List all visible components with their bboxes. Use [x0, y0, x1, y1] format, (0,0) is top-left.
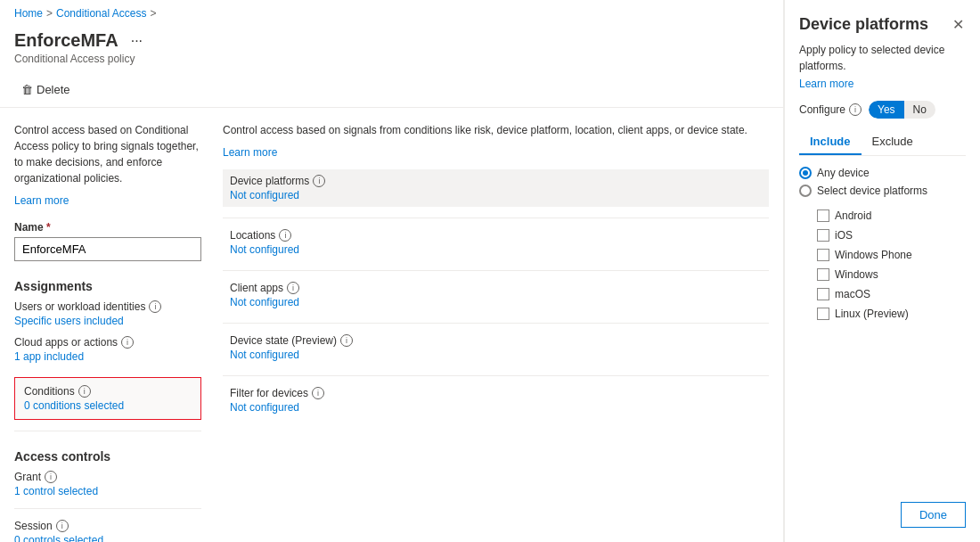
assignments-heading: Assignments [14, 279, 201, 293]
any-device-radio-circle [799, 167, 812, 179]
panel-footer: Done [799, 488, 966, 528]
grant-label: Grant [14, 471, 41, 483]
filter-devices-info-icon[interactable]: i [312, 387, 324, 399]
configure-info-icon[interactable]: i [849, 103, 862, 116]
conditions-label: Conditions [24, 385, 75, 398]
platform-linux[interactable]: Linux (Preview) [817, 308, 966, 320]
ios-label: iOS [835, 229, 853, 242]
name-label: Name * [14, 221, 201, 234]
platforms-checkbox-list: Android iOS Windows Phone Windows macOS … [817, 209, 966, 327]
users-info-icon[interactable]: i [149, 300, 161, 313]
macos-checkbox[interactable] [817, 288, 829, 300]
session-label: Session [14, 520, 53, 532]
device-platforms-value[interactable]: Not configured [230, 189, 762, 201]
conditions-info-icon[interactable]: i [78, 385, 91, 398]
cloud-apps-field: Cloud apps or actions i 1 app included [14, 336, 201, 363]
device-state-value[interactable]: Not configured [230, 349, 762, 361]
page-subtitle: Conditional Access policy [14, 53, 769, 65]
client-apps-info-icon[interactable]: i [287, 282, 299, 294]
platform-android[interactable]: Android [817, 209, 966, 222]
select-platforms-label: Select device platforms [817, 185, 927, 197]
windows-label: Windows [835, 268, 878, 281]
linux-label: Linux (Preview) [835, 308, 909, 320]
access-controls-heading: Access controls [14, 449, 201, 464]
device-platforms-item[interactable]: Device platforms i Not configured [223, 169, 769, 207]
tab-include[interactable]: Include [799, 129, 862, 155]
delete-icon: 🗑 [21, 83, 33, 96]
right-learn-more[interactable]: Learn more [223, 146, 277, 159]
windows-checkbox[interactable] [817, 268, 829, 281]
left-column: Control access based on Conditional Acce… [14, 122, 201, 542]
panel-learn-more[interactable]: Learn more [799, 78, 966, 90]
cloud-apps-value[interactable]: 1 app included [14, 350, 201, 363]
device-platforms-label: Device platforms [230, 175, 309, 187]
cloud-apps-info-icon[interactable]: i [121, 336, 134, 349]
name-input[interactable] [14, 237, 201, 261]
users-label: Users or workload identities [14, 300, 145, 313]
any-device-radio[interactable]: Any device [799, 167, 966, 179]
macos-label: macOS [835, 288, 870, 300]
android-checkbox[interactable] [817, 209, 829, 222]
conditions-value: 0 conditions selected [24, 399, 192, 412]
platform-windows[interactable]: Windows [817, 268, 966, 281]
left-description: Control access based on Conditional Acce… [14, 122, 201, 186]
left-learn-more[interactable]: Learn more [14, 194, 69, 207]
grant-info-icon[interactable]: i [45, 471, 57, 483]
users-field: Users or workload identities i Specific … [14, 300, 201, 327]
panel-description: Apply policy to selected device platform… [799, 42, 966, 74]
panel-header: Device platforms ✕ [799, 14, 966, 35]
page-header: EnforceMFA ··· Conditional Access policy [0, 27, 783, 72]
conditions-box[interactable]: Conditions i 0 conditions selected [14, 377, 201, 420]
device-state-info-icon[interactable]: i [340, 334, 353, 347]
page-title: EnforceMFA [14, 30, 118, 51]
client-apps-item[interactable]: Client apps i Not configured [223, 278, 769, 312]
filter-devices-value[interactable]: Not configured [230, 401, 762, 414]
panel-tabs: Include Exclude [799, 129, 966, 156]
windows-phone-label: Windows Phone [835, 249, 912, 261]
delete-button[interactable]: 🗑 Delete [14, 79, 78, 100]
content-body: Control access based on Conditional Acce… [0, 108, 783, 542]
locations-label: Locations [230, 229, 275, 242]
select-platforms-radio-circle [799, 185, 812, 197]
users-value[interactable]: Specific users included [14, 315, 201, 327]
breadcrumb-conditional-access[interactable]: Conditional Access [56, 7, 146, 20]
session-info-icon[interactable]: i [56, 520, 69, 532]
filter-devices-label: Filter for devices [230, 387, 308, 399]
platform-ios[interactable]: iOS [817, 229, 966, 242]
windows-phone-checkbox[interactable] [817, 249, 829, 261]
locations-item[interactable]: Locations i Not configured [223, 226, 769, 259]
linux-checkbox[interactable] [817, 308, 829, 320]
breadcrumb-sep1: > [46, 7, 53, 20]
platform-macos[interactable]: macOS [817, 288, 966, 300]
filter-devices-item[interactable]: Filter for devices i Not configured [223, 383, 769, 417]
configure-label: Configure [799, 103, 845, 116]
platform-windows-phone[interactable]: Windows Phone [817, 249, 966, 261]
configure-no[interactable]: No [904, 101, 935, 119]
session-value[interactable]: 0 controls selected [14, 534, 201, 542]
right-column: Control access based on signals from con… [223, 122, 769, 542]
more-options-icon[interactable]: ··· [131, 33, 143, 49]
panel-title: Device platforms [799, 15, 928, 34]
breadcrumb-home[interactable]: Home [14, 7, 43, 20]
cloud-apps-label: Cloud apps or actions [14, 336, 118, 349]
configure-yes[interactable]: Yes [869, 101, 904, 119]
device-state-item[interactable]: Device state (Preview) i Not configured [223, 331, 769, 365]
grant-value[interactable]: 1 control selected [14, 485, 201, 497]
toolbar: 🗑 Delete [0, 72, 783, 108]
configure-row: Configure i Yes No [799, 101, 966, 119]
locations-value[interactable]: Not configured [230, 243, 762, 256]
tab-exclude[interactable]: Exclude [862, 129, 924, 155]
done-button[interactable]: Done [901, 502, 966, 528]
select-platforms-radio[interactable]: Select device platforms [799, 185, 966, 197]
grant-field: Grant i 1 control selected [14, 471, 201, 497]
close-panel-button[interactable]: ✕ [951, 14, 966, 35]
ios-checkbox[interactable] [817, 229, 829, 242]
side-panel: Device platforms ✕ Apply policy to selec… [784, 0, 980, 542]
client-apps-value[interactable]: Not configured [230, 296, 762, 308]
locations-info-icon[interactable]: i [279, 229, 291, 242]
any-device-label: Any device [817, 167, 870, 179]
session-field: Session i 0 controls selected [14, 520, 201, 542]
configure-toggle[interactable]: Yes No [869, 101, 935, 119]
device-platforms-info-icon[interactable]: i [313, 175, 325, 187]
right-description: Control access based on signals from con… [223, 122, 769, 138]
